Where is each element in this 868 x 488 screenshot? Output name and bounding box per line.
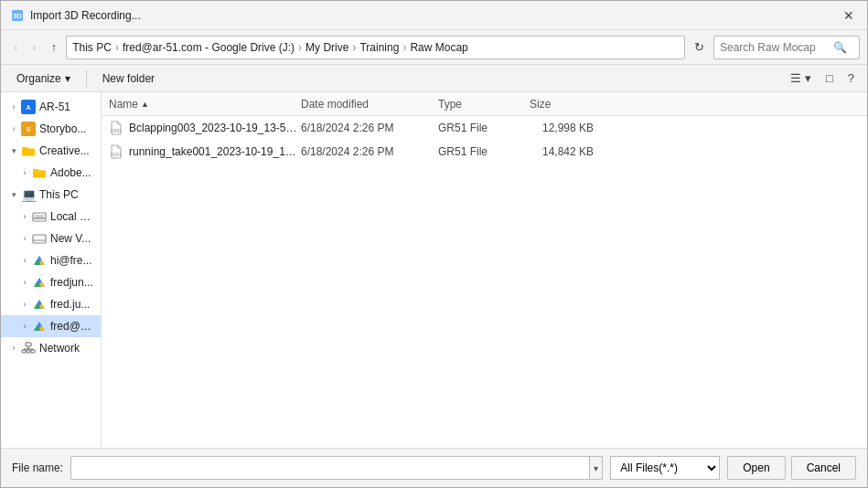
ar51-folder-icon: A: [21, 100, 36, 114]
table-row[interactable]: GR51 Bclapping003_2023-10-19_13-56-23_20…: [102, 116, 867, 140]
action-buttons: Open Cancel: [727, 456, 856, 480]
sidebar: › A AR-51 › S Storybo... ▾ Creative...: [1, 92, 102, 448]
view-arrow: ▾: [805, 71, 811, 85]
filetype-wrap: All Files(*.*): [610, 456, 720, 480]
storyboard-folder-icon: S: [21, 122, 36, 136]
column-header-size[interactable]: Size: [530, 98, 603, 111]
sidebar-item-storyboard[interactable]: › S Storybo...: [1, 118, 101, 140]
sidebar-label-network: Network: [39, 342, 80, 355]
column-date-label: Date modified: [301, 98, 369, 111]
breadcrumb-rawmocap: Raw Mocap: [410, 41, 467, 54]
sidebar-label-fredjut: fred.ju...: [50, 298, 90, 311]
breadcrumb-training: Training: [359, 41, 399, 54]
svg-text:3D: 3D: [13, 12, 22, 20]
sidebar-label-thispc: This PC: [39, 188, 79, 201]
cancel-button[interactable]: Cancel: [791, 456, 856, 480]
breadcrumb-mydrive: My Drive: [305, 41, 348, 54]
sidebar-label-ar51: AR-51: [39, 101, 70, 113]
up-button[interactable]: ↑: [46, 37, 63, 57]
sidebar-item-fredataar51[interactable]: › fred@a...: [1, 315, 101, 337]
expand-arrow-fredjun: ›: [19, 277, 30, 288]
filename-dropdown-button[interactable]: ▾: [590, 456, 603, 480]
sidebar-item-fredjut[interactable]: › fred.ju...: [1, 293, 101, 315]
organize-button[interactable]: Organize ▾: [8, 69, 79, 88]
file-area: Name ▲ Date modified Type Size: [102, 92, 867, 448]
locald-icon: [32, 209, 47, 224]
expand-arrow-ar51: ›: [8, 101, 19, 112]
organize-label: Organize: [16, 72, 61, 85]
new-folder-label: New folder: [102, 72, 155, 85]
sidebar-item-adobe[interactable]: › Adobe...: [1, 162, 101, 184]
table-row[interactable]: GR51 running_take001_2023-10-19_17-16-32…: [102, 140, 867, 164]
title-bar: 3D Import 3D Recording... ✕: [1, 1, 867, 30]
gdrive-fredjun-icon: [32, 275, 47, 290]
network-icon: [21, 341, 36, 355]
sidebar-label-fredjun: fredjun...: [50, 276, 93, 289]
sidebar-label-storyboard: Storybo...: [39, 122, 86, 135]
newv-icon: [32, 231, 47, 246]
sidebar-label-locald: Local D...: [50, 210, 95, 223]
pane-button[interactable]: □: [820, 69, 839, 88]
column-size-label: Size: [530, 98, 551, 111]
view-options-button[interactable]: ☰ ▾: [785, 69, 817, 88]
file-type-cell: GR51 File: [438, 122, 530, 134]
import-dialog: 3D Import 3D Recording... ✕ ‹ › ↑ This P…: [0, 0, 868, 488]
forward-button[interactable]: ›: [27, 37, 41, 57]
view-icon: ☰: [790, 71, 801, 85]
toolbar-separator: [86, 70, 87, 87]
sidebar-item-newv[interactable]: › New V...: [1, 228, 101, 249]
close-button[interactable]: ✕: [840, 8, 858, 23]
import-icon: 3D: [10, 8, 25, 23]
expand-arrow-adobe: ›: [19, 167, 30, 178]
search-input[interactable]: [720, 41, 830, 54]
help-icon: ?: [848, 71, 854, 85]
column-name-label: Name: [109, 98, 138, 111]
filetype-select[interactable]: All Files(*.*): [610, 456, 720, 480]
file-name-text: running_take001_2023-10-19_17-16-32_2...…: [129, 145, 301, 158]
title-bar-left: 3D Import 3D Recording...: [10, 8, 141, 23]
sidebar-item-creative[interactable]: ▾ Creative...: [1, 140, 101, 162]
new-folder-button[interactable]: New folder: [94, 69, 163, 88]
filename-input-wrap: ▾: [70, 456, 603, 480]
column-header-name[interactable]: Name ▲: [109, 98, 301, 111]
sidebar-label-creative: Creative...: [39, 144, 90, 157]
sidebar-item-ar51[interactable]: › A AR-51: [1, 96, 101, 118]
column-header-type[interactable]: Type: [438, 98, 530, 111]
thispc-icon: 💻: [21, 187, 36, 202]
column-header-date[interactable]: Date modified: [301, 98, 438, 111]
svg-rect-9: [27, 350, 30, 353]
toolbar-right: ☰ ▾ □ ?: [785, 69, 860, 88]
breadcrumb[interactable]: This PC › fred@ar-51.com - Google Drive …: [66, 36, 685, 59]
refresh-button[interactable]: ↻: [689, 37, 710, 57]
search-bar: 🔍: [713, 36, 860, 59]
filename-input[interactable]: [70, 456, 590, 480]
back-button[interactable]: ‹: [8, 37, 23, 57]
file-name-cell: GR51 running_take001_2023-10-19_17-16-32…: [109, 144, 301, 159]
organize-arrow: ▾: [65, 72, 70, 85]
expand-arrow-creative: ▾: [8, 145, 19, 156]
file-date-cell: 6/18/2024 2:26 PM: [301, 122, 438, 134]
sidebar-label-newv: New V...: [50, 232, 91, 245]
file-icon: GR51: [109, 121, 123, 135]
expand-arrow-fredataar51: ›: [19, 321, 30, 332]
sidebar-item-thispc[interactable]: ▾ 💻 This PC: [1, 184, 101, 206]
open-button[interactable]: Open: [727, 456, 785, 480]
creative-folder-icon: [21, 143, 36, 158]
gdrive-hifre-icon: [32, 253, 47, 268]
nav-bar: ‹ › ↑ This PC › fred@ar-51.com - Google …: [1, 30, 867, 65]
breadcrumb-thispc: This PC: [72, 41, 112, 54]
toolbar: Organize ▾ New folder ☰ ▾ □ ?: [1, 65, 867, 92]
file-size-cell: 14,842 KB: [530, 145, 603, 158]
sidebar-item-network[interactable]: › Network: [1, 337, 101, 359]
filename-label: File name:: [12, 461, 63, 474]
column-type-label: Type: [438, 98, 462, 111]
help-button[interactable]: ?: [842, 69, 860, 88]
svg-rect-10: [31, 350, 35, 353]
search-icon[interactable]: 🔍: [833, 41, 847, 54]
expand-arrow-network: ›: [8, 343, 19, 354]
sidebar-label-fredataar51: fred@a...: [50, 320, 95, 333]
sidebar-item-hifre[interactable]: › hi@fre...: [1, 249, 101, 271]
sidebar-item-fredjun[interactable]: › fredjun...: [1, 271, 101, 293]
svg-text:GR51: GR51: [111, 129, 122, 133]
sidebar-item-locald[interactable]: › Local D...: [1, 206, 101, 228]
